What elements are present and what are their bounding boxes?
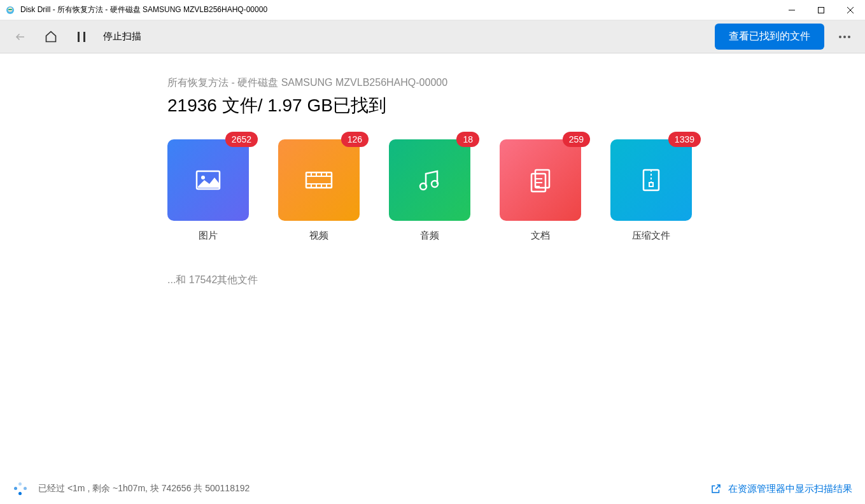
close-button[interactable] xyxy=(836,0,865,20)
document-icon xyxy=(525,165,556,195)
pause-button[interactable] xyxy=(69,24,94,50)
show-results-link[interactable]: 在资源管理器中显示扫描结果 xyxy=(710,483,852,495)
status-bar: 已经过 <1m , 剩余 ~1h07m, 块 742656 共 50011819… xyxy=(0,473,865,504)
svg-rect-35 xyxy=(649,183,653,186)
card-label-archive: 压缩文件 xyxy=(610,230,692,242)
toolbar: 停止扫描 查看已找到的文件 xyxy=(0,20,865,53)
home-button[interactable] xyxy=(38,24,64,50)
badge-video: 126 xyxy=(341,132,369,147)
svg-line-36 xyxy=(715,485,720,489)
svg-rect-15 xyxy=(306,172,332,188)
show-results-label: 在资源管理器中显示扫描结果 xyxy=(728,483,852,495)
svg-point-12 xyxy=(848,36,850,38)
svg-rect-9 xyxy=(83,32,85,42)
card-video[interactable]: 126 视频 xyxy=(278,139,360,242)
app-icon xyxy=(5,5,15,15)
svg-rect-33 xyxy=(643,170,659,190)
audio-icon xyxy=(414,165,445,195)
card-box-docs xyxy=(500,139,581,221)
badge-docs: 259 xyxy=(563,132,590,147)
card-box-archive xyxy=(610,139,692,221)
summary-text: 21936 文件/ 1.97 GB已找到 xyxy=(167,94,865,118)
title-bar: Disk Drill - 所有恢复方法 - 硬件磁盘 SAMSUNG MZVLB… xyxy=(0,0,865,20)
stop-scan-label[interactable]: 停止扫描 xyxy=(103,31,141,43)
card-box-video xyxy=(278,139,360,221)
svg-rect-2 xyxy=(8,9,12,10)
card-archive[interactable]: 1339 压缩文件 xyxy=(610,139,692,242)
badge-archive: 1339 xyxy=(668,132,701,147)
maximize-button[interactable] xyxy=(806,0,836,20)
svg-point-11 xyxy=(843,36,846,38)
card-box-images xyxy=(167,139,249,221)
svg-rect-8 xyxy=(78,32,80,42)
main-content: 所有恢复方法 - 硬件磁盘 SAMSUNG MZVLB256HAHQ-00000… xyxy=(0,53,865,473)
back-button xyxy=(8,24,33,50)
minimize-button[interactable] xyxy=(777,0,806,20)
window-controls xyxy=(777,0,865,20)
card-label-video: 视频 xyxy=(278,230,360,242)
title-bar-left: Disk Drill - 所有恢复方法 - 硬件磁盘 SAMSUNG MZVLB… xyxy=(0,4,777,15)
archive-icon xyxy=(636,165,666,195)
window-title: Disk Drill - 所有恢复方法 - 硬件磁盘 SAMSUNG MZVLB… xyxy=(20,4,267,15)
svg-point-14 xyxy=(201,176,205,179)
view-found-files-button[interactable]: 查看已找到的文件 xyxy=(715,24,824,50)
external-link-icon xyxy=(710,483,722,494)
status-text: 已经过 <1m , 剩余 ~1h07m, 块 742656 共 50011819… xyxy=(38,483,250,494)
video-icon xyxy=(304,165,334,195)
badge-audio: 18 xyxy=(456,132,479,147)
card-label-audio: 音频 xyxy=(389,230,470,242)
image-icon xyxy=(193,165,223,195)
svg-rect-4 xyxy=(819,7,824,13)
card-audio[interactable]: 18 音频 xyxy=(389,139,470,242)
category-cards: 2652 图片 126 xyxy=(167,139,865,242)
card-label-images: 图片 xyxy=(167,230,249,242)
card-images[interactable]: 2652 图片 xyxy=(167,139,249,242)
card-box-audio xyxy=(389,139,470,221)
badge-images: 2652 xyxy=(225,132,258,147)
svg-point-10 xyxy=(839,36,841,38)
more-options-button[interactable] xyxy=(832,24,857,50)
other-files-text: ...和 17542其他文件 xyxy=(167,274,865,287)
card-docs[interactable]: 259 文档 xyxy=(500,139,581,242)
breadcrumb: 所有恢复方法 - 硬件磁盘 SAMSUNG MZVLB256HAHQ-00000 xyxy=(167,76,865,90)
spinner-icon xyxy=(13,481,28,496)
card-label-docs: 文档 xyxy=(500,230,581,242)
